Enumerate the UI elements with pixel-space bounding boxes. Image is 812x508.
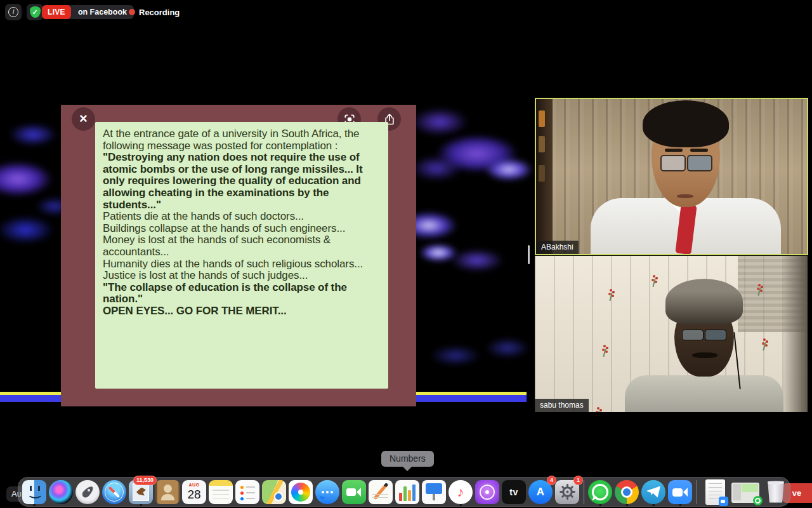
dock-icon-trash[interactable] [761, 477, 791, 507]
bokeh-blob [411, 156, 462, 181]
numbers-chart-icon [395, 480, 419, 504]
dock-icon-whatsapp[interactable] [587, 477, 613, 507]
participant-name-label: sabu thomas [535, 399, 589, 412]
running-indicator [140, 504, 142, 507]
video-tile-abakhshi[interactable]: ABakhshi [535, 98, 808, 255]
trash-icon [767, 481, 785, 503]
dock-icon-finder[interactable] [21, 477, 48, 507]
dock-icon-music[interactable]: ♪ [447, 477, 474, 507]
system-preferences-badge: 1 [573, 476, 583, 485]
dock-icon-pages[interactable] [367, 477, 394, 507]
dock-icon-chrome[interactable] [613, 477, 640, 507]
dock-minimized-window-document[interactable] [700, 477, 730, 507]
close-icon: × [79, 112, 88, 126]
dock-icon-photos[interactable] [287, 477, 314, 507]
pages-icon [369, 480, 393, 504]
running-indicator [33, 504, 36, 507]
meeting-info-button[interactable]: i [5, 4, 22, 20]
app-store-badge: 4 [547, 476, 556, 485]
slide-paragraph: Buildings collapse at the hands of such … [103, 223, 381, 235]
participant-shirt [625, 375, 783, 412]
dock-icon-messages[interactable] [314, 477, 341, 507]
dock-tooltip: Numbers [381, 451, 434, 467]
slide-paragraph: Patients die at the hands of such doctor… [103, 211, 381, 223]
dock-icon-contacts[interactable] [154, 477, 181, 507]
dock-icon-notes[interactable] [207, 477, 234, 507]
dock-icon-calendar[interactable]: AUG28 [181, 477, 207, 507]
recording-indicator: Recording [129, 5, 180, 19]
flower-motif [758, 284, 761, 286]
numbers-bar [412, 485, 416, 501]
siri-icon [49, 480, 73, 504]
dock-icon-keynote[interactable] [421, 477, 447, 507]
participant-glasses [682, 330, 704, 340]
podcasts-icon [475, 480, 499, 504]
dock-icon-maps[interactable] [261, 477, 287, 507]
tv-icon: tv [502, 480, 526, 504]
zoom-camera-icon [668, 480, 692, 504]
dock-icon-mail[interactable]: 11,530 [128, 477, 154, 507]
shield-check-icon: ✓ [30, 6, 41, 18]
running-indicator [599, 504, 601, 507]
safari-compass-icon [102, 480, 126, 504]
dock-icon-reminders[interactable] [234, 477, 261, 507]
slide-note: At the entrance gate of a university in … [95, 122, 388, 389]
dock-icon-app-store[interactable]: A4 [527, 477, 554, 507]
launchpad-rocket-icon [75, 480, 100, 504]
app-store-letter: A [537, 486, 544, 498]
recording-dot-icon [129, 9, 135, 15]
video-tile-sabu-thomas[interactable]: sabu thomas [535, 256, 808, 412]
dock-icon-launchpad[interactable] [74, 477, 101, 507]
security-button[interactable]: ✓ [27, 4, 43, 20]
panel-resize-handle[interactable] [528, 245, 530, 264]
slide-paragraph: Justice is lost at the hands of such jud… [103, 270, 381, 282]
photos-flower-icon [289, 480, 313, 504]
slide-paragraph: "The collapse of education is the collap… [103, 282, 381, 305]
keynote-icon [422, 480, 446, 504]
status-bar: i ✓ LIVE on Facebook Recording [0, 0, 812, 24]
music-note-icon: ♪ [449, 480, 473, 504]
bokeh-blob [485, 338, 530, 358]
dock-icon-podcasts[interactable] [474, 477, 501, 507]
dock-icon-facetime[interactable] [341, 477, 367, 507]
dock-icon-zoom[interactable] [667, 477, 693, 507]
dock-icon-apple-tv[interactable]: tv [501, 477, 527, 507]
running-indicator [459, 504, 462, 507]
info-icon: i [8, 7, 18, 17]
dock-icon-safari[interactable] [101, 477, 128, 507]
numbers-bar [399, 493, 402, 501]
dock-icon-system-preferences[interactable]: 1 [554, 477, 580, 507]
flower-motif [763, 338, 766, 341]
running-indicator [679, 504, 681, 507]
calendar-icon: AUG28 [182, 480, 206, 504]
close-button[interactable]: × [72, 107, 95, 131]
dock-minimized-window-whatsapp[interactable] [730, 477, 761, 507]
telegram-plane-icon [641, 480, 665, 504]
flower-motif [597, 407, 599, 410]
live-stream-indicator[interactable]: LIVE on Facebook [42, 5, 134, 19]
live-destination-label: on Facebook [71, 5, 134, 19]
slide-paragraph: At the entrance gate of a university in … [103, 128, 381, 152]
numbers-bar [408, 490, 411, 501]
bokeh-blob [450, 249, 504, 272]
slide-paragraph: Money is lost at the hands of such econo… [103, 234, 381, 258]
participant-glasses [660, 155, 686, 171]
dock: 11,530 AUG28 ♪ tv A4 1 [18, 477, 790, 507]
bokeh-blob [411, 108, 468, 136]
dock-icon-telegram[interactable] [640, 477, 667, 507]
music-note-glyph: ♪ [457, 485, 464, 499]
mail-badge: 11,530 [133, 476, 157, 485]
bokeh-blob [430, 345, 481, 366]
running-indicator [625, 504, 628, 507]
shared-image-viewer: × At the entrance gate of a university i… [61, 105, 416, 406]
participant-mustache [692, 352, 717, 358]
recording-label: Recording [139, 8, 180, 17]
dock-icon-siri[interactable] [48, 477, 74, 507]
bokeh-blob [9, 123, 57, 146]
maps-icon [262, 480, 286, 504]
bokeh-blob [0, 216, 54, 244]
notes-icon [209, 480, 233, 504]
meeting-screen: { "status_bar": { "live_label": "LIVE", … [0, 0, 812, 508]
participant-eyebrows [665, 149, 683, 152]
dock-icon-numbers[interactable] [394, 477, 421, 507]
